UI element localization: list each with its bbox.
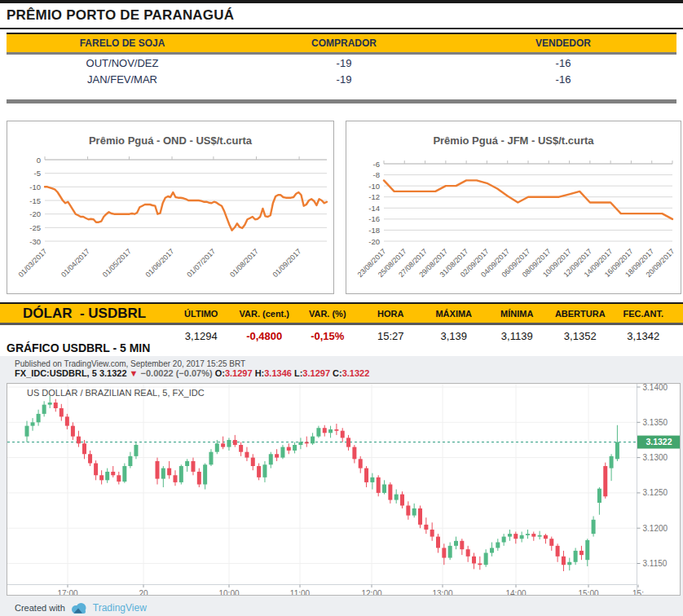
dolar-value: -0,4800 bbox=[233, 330, 297, 342]
svg-text:13:00: 13:00 bbox=[432, 589, 452, 596]
published-caption: Published on TradingView.com, September … bbox=[15, 359, 245, 368]
svg-text:Prêmio Pguá - JFM - US$/t.curt: Prêmio Pguá - JFM - US$/t.curta bbox=[433, 134, 594, 147]
svg-text:17:00: 17:00 bbox=[57, 589, 77, 596]
dolar-column-header: VAR. (%) bbox=[296, 309, 359, 319]
dolar-column-header: FEC.ANT. bbox=[612, 309, 676, 319]
quote-segment: C: bbox=[330, 368, 342, 378]
dolar-column-header: MÍNIMA bbox=[486, 309, 549, 319]
svg-text:10:00: 10:00 bbox=[218, 589, 239, 596]
credit-text: Created with bbox=[15, 603, 65, 613]
tradingview-brand-link[interactable]: TradingView bbox=[93, 602, 147, 614]
page-title: PRÊMIO PORTO DE PARANAGUÁ bbox=[7, 7, 234, 24]
svg-text:11:00: 11:00 bbox=[290, 589, 311, 596]
table-row: OUT/NOV/DEZ -19 -16 bbox=[7, 55, 676, 71]
section-divider bbox=[7, 99, 676, 103]
quote-line: FX_IDC:USDBRL, 5 3.1322 ▼ −0.0022 (−0.07… bbox=[15, 368, 369, 378]
svg-text:-18: -18 bbox=[368, 226, 380, 235]
svg-text:-30: -30 bbox=[29, 237, 41, 246]
svg-text:-14: -14 bbox=[368, 204, 380, 213]
svg-text:01/06/2017: 01/06/2017 bbox=[144, 247, 176, 279]
svg-text:15:: 15: bbox=[632, 589, 644, 596]
dolar-value: 15:27 bbox=[359, 330, 423, 342]
quote-segment: O: bbox=[215, 368, 225, 378]
chart-ond-panel: Prêmio Pguá - OND - US$/t.curta0-5-10-15… bbox=[7, 121, 334, 294]
quote-segment: ▼ bbox=[130, 368, 139, 378]
quote-segment: L: bbox=[292, 368, 302, 378]
svg-text:-6: -6 bbox=[373, 160, 380, 169]
soy-table-header: FARELO DE SOJA COMPRADOR VENDEDOR bbox=[7, 33, 676, 55]
grafico-title: GRÁFICO USDBRL - 5 MIN bbox=[7, 341, 150, 354]
svg-text:3.1322: 3.1322 bbox=[646, 437, 672, 447]
soy-buyer-value: -19 bbox=[238, 73, 450, 86]
quote-segment: 3.1297 bbox=[302, 368, 330, 378]
svg-text:Prêmio Pguá - OND - US$/t.curt: Prêmio Pguá - OND - US$/t.curta bbox=[89, 134, 253, 147]
svg-text:-20: -20 bbox=[368, 237, 380, 246]
svg-text:-20: -20 bbox=[29, 209, 41, 218]
dolar-header-bar: DÓLAR - USDBRL ÚLTIMOVAR. (cent.)VAR. (%… bbox=[0, 302, 683, 325]
svg-text:20: 20 bbox=[139, 589, 148, 596]
svg-text:3.1350: 3.1350 bbox=[643, 418, 668, 427]
dolar-column-header: VAR. (cent.) bbox=[233, 309, 297, 319]
svg-text:3.1200: 3.1200 bbox=[643, 524, 668, 533]
soy-col-vendedor: VENDEDOR bbox=[450, 37, 676, 49]
quote-segment: FX_IDC:USDBRL, 5 bbox=[15, 368, 99, 378]
quote-segment: 3.1297 bbox=[225, 368, 253, 378]
svg-text:-15: -15 bbox=[29, 196, 41, 205]
svg-text:3.1300: 3.1300 bbox=[643, 453, 668, 462]
title-underline bbox=[0, 28, 683, 29]
svg-text:01/05/2017: 01/05/2017 bbox=[101, 247, 133, 279]
soy-premium-table: FARELO DE SOJA COMPRADOR VENDEDOR OUT/NO… bbox=[7, 33, 676, 87]
tradingview-logo-icon bbox=[70, 602, 88, 614]
soy-seller-value: -16 bbox=[450, 73, 676, 86]
svg-text:-8: -8 bbox=[373, 170, 380, 179]
svg-text:0: 0 bbox=[37, 156, 41, 165]
quote-segment: 3.1346 bbox=[264, 368, 292, 378]
svg-text:01/03/2017: 01/03/2017 bbox=[16, 247, 48, 279]
tradingview-credit: Created with TradingView bbox=[15, 601, 147, 614]
svg-text:3.1400: 3.1400 bbox=[643, 383, 668, 392]
dolar-value: 3,1352 bbox=[549, 330, 612, 342]
soy-buyer-value: -19 bbox=[238, 57, 450, 69]
svg-text:-10: -10 bbox=[368, 182, 380, 191]
dolar-columns: ÚLTIMOVAR. (cent.)VAR. (%)HORAMÁXIMAMÍNI… bbox=[170, 304, 675, 323]
quote-segment: 3.1322 bbox=[342, 368, 370, 378]
svg-text:-16: -16 bbox=[368, 214, 380, 223]
chart-jfm-panel: Prêmio Pguá - JFM - US$/t.curta-6-8-10-1… bbox=[346, 121, 681, 294]
dolar-value: 3,1294 bbox=[170, 330, 233, 342]
top-divider bbox=[0, 0, 683, 3]
table-row: JAN/FEV/MAR -19 -16 bbox=[7, 71, 676, 87]
svg-text:01/08/2017: 01/08/2017 bbox=[228, 247, 260, 279]
svg-text:15:00: 15:00 bbox=[578, 589, 598, 596]
svg-text:01/04/2017: 01/04/2017 bbox=[59, 247, 91, 279]
soy-col-farelo: FARELO DE SOJA bbox=[7, 37, 238, 49]
svg-text:-25: -25 bbox=[29, 223, 41, 232]
soy-period: JAN/FEV/MAR bbox=[7, 73, 238, 86]
svg-text:12:00: 12:00 bbox=[361, 589, 381, 596]
quote-segment: 3.1322 bbox=[99, 368, 130, 378]
soy-period: OUT/NOV/DEZ bbox=[7, 57, 238, 69]
dolar-column-header: ABERTURA bbox=[549, 309, 612, 319]
dolar-column-header: ÚLTIMO bbox=[170, 309, 233, 319]
dolar-column-header: HORA bbox=[359, 309, 423, 319]
svg-text:3.1150: 3.1150 bbox=[643, 559, 668, 568]
svg-text:-10: -10 bbox=[29, 183, 41, 191]
jfm-line-chart: Prêmio Pguá - JFM - US$/t.curta-6-8-10-1… bbox=[346, 121, 681, 293]
svg-text:-5: -5 bbox=[34, 169, 41, 178]
dolar-values-row: 3,1294-0,4800-0,15%15:273,1393,11393,135… bbox=[170, 328, 675, 344]
svg-text:14:00: 14:00 bbox=[505, 589, 526, 596]
soy-col-comprador: COMPRADOR bbox=[238, 37, 450, 49]
quote-segment: H: bbox=[253, 368, 265, 378]
svg-text:3.1250: 3.1250 bbox=[643, 488, 668, 497]
dolar-value: 3,1342 bbox=[612, 330, 676, 342]
dolar-value: 3,1139 bbox=[486, 330, 549, 342]
dolar-value: 3,139 bbox=[422, 330, 486, 342]
quote-segment: −0.0022 (−0.07%) bbox=[139, 368, 215, 378]
tradingview-embed: Published on TradingView.com, September … bbox=[0, 356, 683, 616]
usdbrl-candlestick-chart: 3.14003.13503.13003.12503.12003.11503.13… bbox=[7, 383, 681, 596]
candlestick-chart-frame: 3.14003.13503.13003.12503.12003.11503.13… bbox=[7, 383, 681, 596]
svg-text:US DOLLAR / BRAZILIAN REAL, 5,: US DOLLAR / BRAZILIAN REAL, 5, FX_IDC bbox=[27, 388, 205, 398]
dolar-column-header: MÁXIMA bbox=[422, 309, 486, 319]
ond-line-chart: Prêmio Pguá - OND - US$/t.curta0-5-10-15… bbox=[7, 121, 333, 293]
report-page: PRÊMIO PORTO DE PARANAGUÁ FARELO DE SOJA… bbox=[0, 0, 683, 616]
svg-text:01/09/2017: 01/09/2017 bbox=[271, 247, 303, 279]
